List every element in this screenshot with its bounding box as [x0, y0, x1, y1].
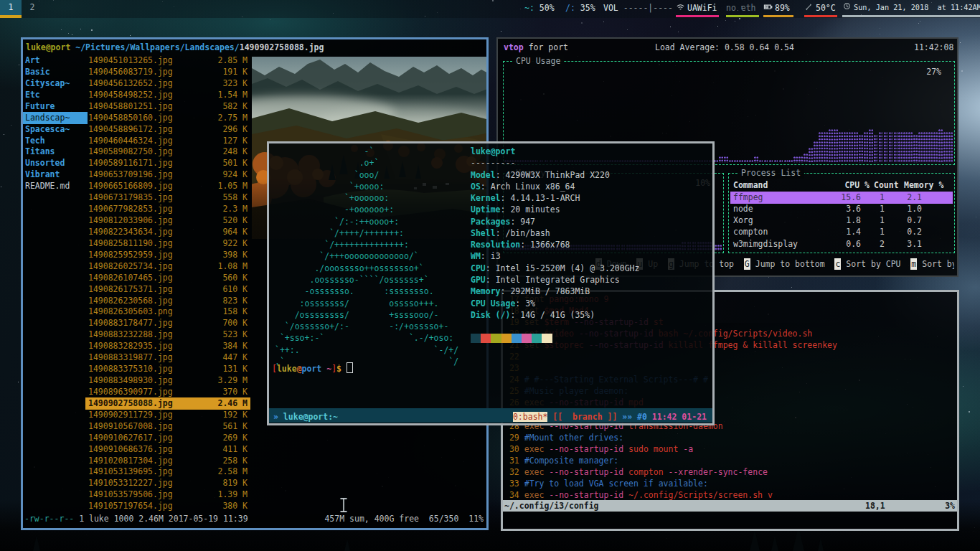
file-row[interactable]: 1490883178477.jpg700 K	[85, 317, 250, 329]
file-row[interactable]: 1490456132652.jpg323 K	[85, 77, 250, 90]
battery-icon	[763, 2, 773, 11]
directory-item[interactable]: Titans	[23, 146, 88, 158]
tmux-session-host[interactable]: » luke@port:~	[273, 410, 338, 422]
star	[72, 34, 72, 35]
file-row[interactable]: 1490883282935.jpg384 K	[85, 340, 250, 352]
workspace-button-1[interactable]: 1	[0, 0, 22, 18]
chart-column	[717, 245, 722, 251]
file-row[interactable]: 1490883375310.jpg131 K	[85, 363, 250, 375]
directory-item[interactable]: Cityscap~	[23, 77, 88, 90]
text-segment: 27%	[926, 67, 941, 77]
text-segment: -a	[678, 444, 693, 454]
file-row[interactable]: 1490677982853.jpg2.3 M	[85, 203, 250, 215]
process-row[interactable]: compton1.410.2	[730, 226, 953, 238]
file-name: 1490826107465.jpg	[88, 272, 173, 284]
file-row[interactable]: 1490589116171.jpg501 K	[85, 157, 250, 169]
trow: CPU %	[844, 179, 870, 192]
text-segment: Art	[25, 55, 40, 65]
file-row[interactable]: 1490825811190.jpg922 K	[85, 237, 250, 250]
status-segment-temperature[interactable]: 50°C	[804, 0, 837, 18]
process-memory: 2.1	[907, 192, 922, 202]
status-segment-ethernet[interactable]: no eth	[726, 0, 759, 18]
directory-item[interactable]: Basic	[23, 66, 88, 78]
line-number: 29	[504, 433, 524, 443]
file-row[interactable]: 1490826107465.jpg560 K	[85, 272, 250, 284]
file-row[interactable]: 1490665166809.jpg1.05 M	[85, 180, 250, 192]
file-row[interactable]: 1491053139695.jpg2.58 M	[85, 466, 250, 478]
file-name: 1490883319877.jpg	[88, 352, 173, 364]
file-row[interactable]: 1491020817304.jpg258 K	[85, 455, 250, 467]
file-name: 1490825952959.jpg	[88, 249, 173, 261]
status-segment-wifi[interactable]: UAWiFi	[676, 0, 719, 18]
file-row[interactable]: 1490451013265.jpg2.85 M	[85, 55, 250, 67]
directory-item[interactable]: Landscap~	[23, 112, 88, 124]
directory-item[interactable]: Tech	[23, 135, 88, 147]
file-row[interactable]: 1490673179835.jpg558 K	[85, 192, 250, 204]
file-row[interactable]: 1490458850160.jpg2.75 M	[85, 112, 250, 124]
file-row[interactable]: 1490458896172.jpg296 K	[85, 123, 250, 136]
workspace-button-2[interactable]: 2	[22, 0, 43, 15]
file-row[interactable]: 1490902911729.jpg192 K	[85, 409, 250, 421]
file-row[interactable]: 1490653709196.jpg924 K	[85, 169, 250, 181]
vtop-header: vtop for port	[504, 42, 568, 54]
file-row[interactable]: 1490456083719.jpg191 K	[85, 66, 250, 78]
tmux-git-branch: [[ branch ]]	[547, 412, 622, 422]
process-name: Xorg	[733, 215, 753, 225]
directory-item[interactable]: Spacesca~	[23, 123, 88, 136]
file-row[interactable]: 1490460446324.jpg127 K	[85, 135, 250, 147]
file-row[interactable]: 1491053312227.jpg819 K	[85, 477, 250, 489]
status-segment-volume[interactable]: VOL -----|----	[603, 0, 674, 18]
process-row[interactable]: ffmpeg15.612.1	[730, 192, 953, 204]
file-row[interactable]: 1490825952959.jpg398 K	[85, 249, 250, 261]
star	[130, 35, 131, 36]
file-row[interactable]: 1490826175371.jpg610 K	[85, 283, 250, 296]
file-row[interactable]: 1490822343634.jpg964 K	[85, 226, 250, 238]
file-row[interactable]: 1490826025734.jpg1.08 M	[85, 260, 250, 273]
directory-item[interactable]: Future	[23, 100, 88, 113]
hint-key-G: G	[744, 258, 750, 270]
process-row[interactable]: w3mimgdisplay0.623.1	[730, 238, 953, 250]
file-row[interactable]: 1490589082750.jpg248 K	[85, 146, 250, 158]
process-row[interactable]: node3.611.0	[730, 203, 953, 215]
chart-column	[903, 132, 908, 163]
status-segment-disk-root[interactable]: /: 35%	[565, 0, 598, 18]
ranger-path-title: luke@port ~/Pictures/Wallpapers/Landscap…	[26, 42, 324, 54]
process-row[interactable]: Xorg1.810.7	[730, 215, 953, 227]
file-row[interactable]: 1490883319877.jpg447 K	[85, 352, 250, 364]
file-row[interactable]: 1491057197654.jpg380 K	[85, 500, 250, 512]
file-row[interactable]: 1490883498930.jpg3.29 M	[85, 375, 250, 387]
file-row[interactable]: 1490896390977.jpg370 K	[85, 386, 250, 398]
directory-item[interactable]: Etc	[23, 89, 88, 101]
file-row[interactable]: 1490910686376.jpg411 K	[85, 443, 250, 456]
file-size: 924 K	[222, 169, 248, 181]
chart-column	[829, 129, 833, 163]
file-row[interactable]: 1490910567008.jpg561 K	[85, 420, 250, 433]
file-row[interactable]: 1490826230568.jpg823 K	[85, 295, 250, 307]
file-row[interactable]: 1490902758088.jpg2.46 M	[85, 397, 250, 410]
trow: ~/.config/i3/config	[504, 500, 599, 512]
text-segment: `+oooo:	[275, 182, 384, 192]
file-row[interactable]: 1490458801251.jpg582 K	[85, 100, 250, 113]
info-value: 947	[515, 217, 535, 227]
file-row[interactable]: 1490883232288.jpg523 K	[85, 329, 250, 341]
col-cpu: CPU %	[844, 180, 870, 190]
file-row[interactable]: 1490812033906.jpg520 K	[85, 215, 250, 227]
status-segment-disk-home[interactable]: ~: 50%	[524, 0, 557, 18]
shell-prompt[interactable]: [luke@port ~]$	[272, 362, 353, 375]
neofetch-user-host: luke@port	[471, 146, 515, 158]
file-row[interactable]: 1490458498252.jpg1.54 M	[85, 89, 250, 101]
directory-item[interactable]: Unsorted	[23, 157, 88, 169]
file-row[interactable]: 1490910627617.jpg269 K	[85, 432, 250, 444]
file-row[interactable]: 1491053579506.jpg1.39 M	[85, 489, 250, 501]
text-segment: .oossssso-````/ossssss+`	[275, 275, 429, 285]
directory-item[interactable]: README.md	[23, 180, 88, 192]
directory-item[interactable]: Vibrant	[23, 169, 88, 181]
vtop-clock: 11:42:08	[914, 42, 953, 54]
status-segment-battery[interactable]: 89%	[763, 0, 793, 18]
chart-column	[933, 132, 938, 163]
file-name: 1490451013265.jpg	[88, 55, 173, 67]
file-row[interactable]: 1490826305603.png158 K	[85, 306, 250, 318]
directory-item[interactable]: Art	[23, 55, 88, 67]
status-segment-datetime[interactable]: Sun, Jan 21, 2018 at 11:42AM	[842, 0, 980, 18]
floating-terminal-window[interactable]: -` .o+` `ooo/ `+oooo: `+oooooo: -+oooooo…	[267, 141, 715, 425]
